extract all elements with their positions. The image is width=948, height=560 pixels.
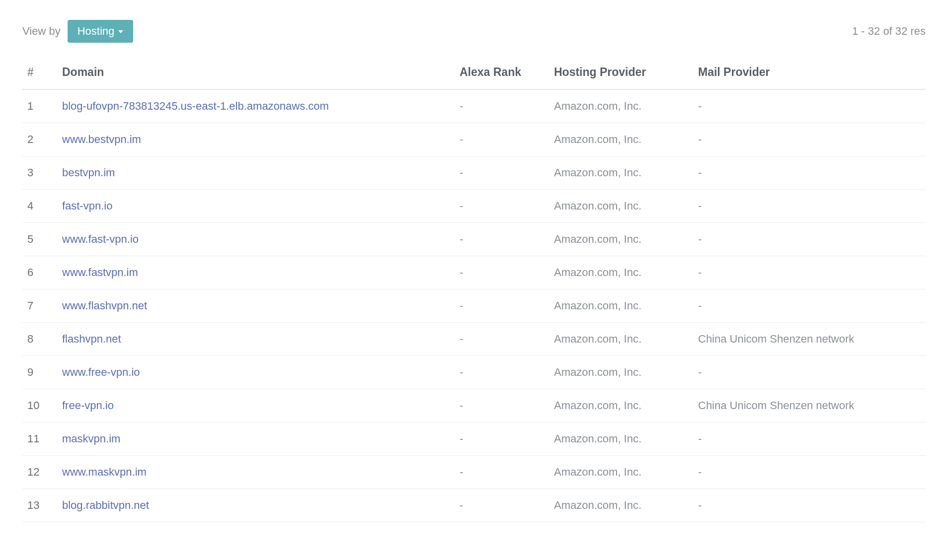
row-alexa: -	[455, 190, 549, 223]
row-hosting: Amazon.com, Inc.	[549, 123, 693, 156]
row-domain-cell: bestvpn.im	[57, 156, 455, 190]
row-alexa: -	[455, 256, 549, 289]
domain-link[interactable]: blog.rabbitvpn.net	[62, 499, 149, 511]
row-index: 6	[22, 256, 57, 289]
row-alexa: -	[455, 223, 549, 256]
table-row: 2www.bestvpn.im-Amazon.com, Inc.-	[22, 123, 926, 156]
row-alexa: -	[455, 489, 549, 522]
row-index: 12	[22, 456, 57, 489]
row-domain-cell: free-vpn.io	[57, 389, 455, 422]
domain-link[interactable]: www.bestvpn.im	[62, 133, 141, 145]
row-index: 8	[22, 323, 57, 356]
row-index: 1	[22, 89, 57, 123]
row-domain-cell: fast-vpn.io	[57, 190, 455, 223]
row-domain-cell: blog.rabbitvpn.net	[57, 489, 455, 522]
domain-link[interactable]: bestvpn.im	[62, 166, 115, 179]
row-alexa: -	[455, 422, 549, 456]
row-mail: -	[693, 223, 926, 256]
row-index: 4	[22, 190, 57, 223]
row-mail: China Unicom Shenzen network	[693, 389, 926, 422]
row-alexa: -	[455, 323, 549, 356]
col-header-alexa[interactable]: Alexa Rank	[455, 58, 549, 89]
row-domain-cell: www.fast-vpn.io	[57, 223, 455, 256]
table-row: 5www.fast-vpn.io-Amazon.com, Inc.-	[22, 223, 926, 256]
row-hosting: Amazon.com, Inc.	[549, 190, 693, 223]
domain-link[interactable]: www.free-vpn.io	[62, 366, 140, 378]
domain-link[interactable]: www.fast-vpn.io	[62, 233, 139, 245]
row-hosting: Amazon.com, Inc.	[549, 356, 693, 389]
row-hosting: Amazon.com, Inc.	[549, 389, 693, 422]
row-mail: -	[693, 256, 926, 289]
row-index: 9	[22, 356, 57, 389]
row-domain-cell: www.fastvpn.im	[57, 256, 455, 289]
caret-down-icon	[118, 30, 123, 33]
col-header-domain[interactable]: Domain	[57, 58, 455, 89]
table-row: 8flashvpn.net-Amazon.com, Inc.China Unic…	[22, 323, 926, 356]
top-bar: View by Hosting 1 - 32 of 32 res	[22, 20, 926, 43]
row-alexa: -	[455, 456, 549, 489]
row-mail: China Unicom Shenzen network	[693, 323, 926, 356]
row-index: 7	[22, 289, 57, 323]
row-hosting: Amazon.com, Inc.	[549, 256, 693, 289]
row-index: 2	[22, 123, 57, 156]
row-domain-cell: www.free-vpn.io	[57, 356, 455, 389]
results-table: # Domain Alexa Rank Hosting Provider Mai…	[22, 58, 926, 522]
row-hosting: Amazon.com, Inc.	[549, 289, 693, 323]
domain-link[interactable]: blog-ufovpn-783813245.us-east-1.elb.amaz…	[62, 100, 329, 112]
row-hosting: Amazon.com, Inc.	[549, 489, 693, 522]
table-row: 7www.flashvpn.net-Amazon.com, Inc.-	[22, 289, 926, 323]
col-header-hosting[interactable]: Hosting Provider	[549, 58, 693, 89]
domain-link[interactable]: www.fastvpn.im	[62, 266, 138, 279]
domain-link[interactable]: www.maskvpn.im	[62, 466, 147, 478]
viewby-label: View by	[22, 25, 61, 38]
domain-link[interactable]: flashvpn.net	[62, 333, 121, 345]
row-index: 5	[22, 223, 57, 256]
table-row: 11maskvpn.im-Amazon.com, Inc.-	[22, 422, 926, 456]
row-hosting: Amazon.com, Inc.	[549, 223, 693, 256]
table-row: 4fast-vpn.io-Amazon.com, Inc.-	[22, 190, 926, 223]
col-header-index[interactable]: #	[22, 58, 57, 89]
row-domain-cell: www.flashvpn.net	[57, 289, 455, 323]
viewby-dropdown[interactable]: Hosting	[68, 20, 134, 43]
row-index: 13	[22, 489, 57, 522]
row-hosting: Amazon.com, Inc.	[549, 456, 693, 489]
row-hosting: Amazon.com, Inc.	[549, 156, 693, 190]
row-alexa: -	[455, 89, 549, 123]
table-row: 10free-vpn.io-Amazon.com, Inc.China Unic…	[22, 389, 926, 422]
table-header-row: # Domain Alexa Rank Hosting Provider Mai…	[22, 58, 926, 89]
row-domain-cell: www.bestvpn.im	[57, 123, 455, 156]
col-header-mail[interactable]: Mail Provider	[693, 58, 926, 89]
row-alexa: -	[455, 289, 549, 323]
domain-link[interactable]: free-vpn.io	[62, 399, 114, 412]
row-mail: -	[693, 489, 926, 522]
table-row: 9www.free-vpn.io-Amazon.com, Inc.-	[22, 356, 926, 389]
row-alexa: -	[455, 356, 549, 389]
domain-link[interactable]: fast-vpn.io	[62, 200, 113, 212]
row-mail: -	[693, 190, 926, 223]
row-alexa: -	[455, 389, 549, 422]
row-mail: -	[693, 156, 926, 190]
row-mail: -	[693, 422, 926, 456]
top-left: View by Hosting	[22, 20, 133, 43]
table-body: 1blog-ufovpn-783813245.us-east-1.elb.ama…	[22, 89, 926, 522]
row-mail: -	[693, 89, 926, 123]
table-row: 1blog-ufovpn-783813245.us-east-1.elb.ama…	[22, 89, 926, 123]
row-alexa: -	[455, 156, 549, 190]
row-domain-cell: flashvpn.net	[57, 323, 455, 356]
result-count: 1 - 32 of 32 res	[852, 25, 926, 38]
table-row: 6www.fastvpn.im-Amazon.com, Inc.-	[22, 256, 926, 289]
domain-link[interactable]: maskvpn.im	[62, 432, 120, 445]
row-index: 10	[22, 389, 57, 422]
row-mail: -	[693, 123, 926, 156]
row-hosting: Amazon.com, Inc.	[549, 323, 693, 356]
table-row: 12www.maskvpn.im-Amazon.com, Inc.-	[22, 456, 926, 489]
table-row: 3bestvpn.im-Amazon.com, Inc.-	[22, 156, 926, 190]
row-mail: -	[693, 289, 926, 323]
row-mail: -	[693, 356, 926, 389]
table-row: 13blog.rabbitvpn.net-Amazon.com, Inc.-	[22, 489, 926, 522]
row-hosting: Amazon.com, Inc.	[549, 422, 693, 456]
row-mail: -	[693, 456, 926, 489]
domain-link[interactable]: www.flashvpn.net	[62, 299, 147, 312]
row-domain-cell: blog-ufovpn-783813245.us-east-1.elb.amaz…	[57, 89, 455, 123]
row-index: 11	[22, 422, 57, 456]
